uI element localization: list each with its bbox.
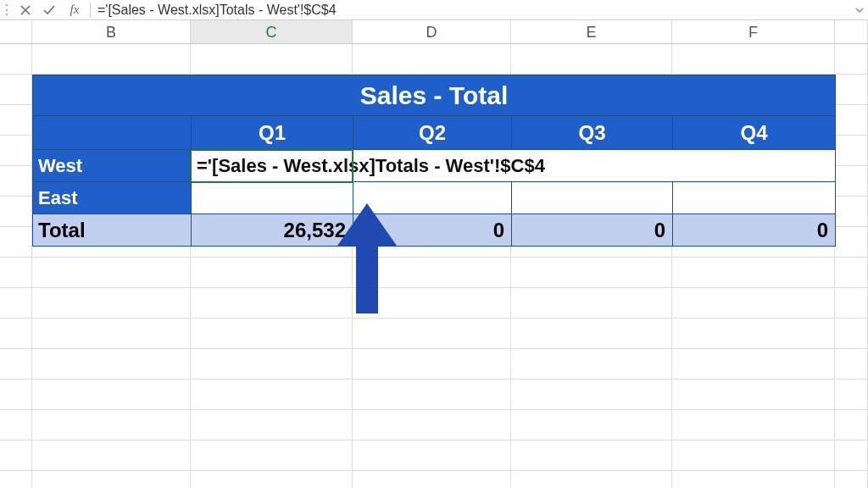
expand-formula-bar-button[interactable] <box>851 7 868 14</box>
formula-bar: ⋮ fx ='[Sales - West.xlsx]Totals - West'… <box>0 0 868 20</box>
column-header-tail[interactable] <box>835 20 868 43</box>
column-header-blank[interactable] <box>0 20 32 43</box>
cell-east-q3[interactable] <box>512 182 673 214</box>
grid-row <box>0 44 868 75</box>
close-icon <box>20 5 31 15</box>
row-label-west: West <box>33 150 192 182</box>
cell[interactable] <box>191 44 353 75</box>
insert-function-button[interactable]: fx <box>61 3 88 17</box>
cell-total-q3[interactable]: 0 <box>512 214 673 247</box>
check-icon <box>43 5 55 15</box>
cell-editing-formula[interactable]: ='[Sales - West.xlsx]Totals - West'!$C$4 <box>192 155 545 176</box>
grid[interactable]: // rows will be generated below via clon… <box>0 44 868 488</box>
cell-east-q1[interactable] <box>192 182 353 214</box>
formula-bar-grip: ⋮ <box>0 2 14 18</box>
cell[interactable] <box>32 44 191 75</box>
formula-input[interactable]: ='[Sales - West.xlsx]Totals - West'!$C$4 <box>92 3 851 18</box>
sales-header-q1: Q1 <box>192 116 353 150</box>
cell-total-q2[interactable]: 0 <box>353 214 512 247</box>
column-header-F[interactable]: F <box>672 20 835 43</box>
cell-total-q1[interactable]: 26,532 <box>192 214 353 247</box>
cell[interactable] <box>672 44 835 75</box>
sales-header-blank <box>33 116 192 150</box>
cell[interactable] <box>0 44 32 75</box>
column-headers: B C D E F <box>0 20 868 44</box>
cancel-button[interactable] <box>14 5 37 15</box>
row-label-east: East <box>33 182 192 214</box>
chevron-down-icon <box>855 7 864 14</box>
sales-table: Sales - Total Q1 Q2 Q3 Q4 West ='[Sales … <box>32 75 836 247</box>
sales-header-q2: Q2 <box>353 116 512 150</box>
cell[interactable] <box>835 44 868 75</box>
column-header-C[interactable]: C <box>191 20 353 43</box>
column-header-D[interactable]: D <box>353 20 511 43</box>
cell[interactable] <box>353 44 511 75</box>
cell-east-q2[interactable] <box>353 182 512 214</box>
divider <box>90 3 91 18</box>
sales-header-q4: Q4 <box>673 116 836 150</box>
sales-header-q3: Q3 <box>512 116 673 150</box>
cell[interactable] <box>511 44 672 75</box>
enter-button[interactable] <box>37 5 61 15</box>
cell-total-q4[interactable]: 0 <box>673 214 836 247</box>
column-header-E[interactable]: E <box>511 20 672 43</box>
sales-title: Sales - Total <box>33 75 836 116</box>
column-header-B[interactable]: B <box>32 20 191 43</box>
cell-east-q4[interactable] <box>673 182 836 214</box>
row-label-total: Total <box>33 214 192 247</box>
